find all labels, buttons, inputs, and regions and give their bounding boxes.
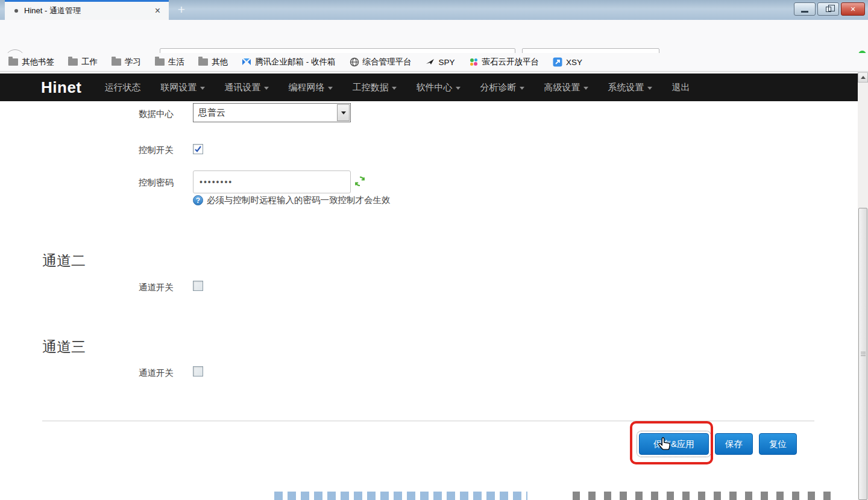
bookmark-folder-life[interactable]: 生活 [155, 57, 184, 67]
close-button[interactable]: ✕ [841, 2, 865, 16]
menu-item-logout[interactable]: 退出 [672, 82, 690, 93]
menu-item-diagnosis[interactable]: 分析诊断 [480, 82, 524, 93]
checkmark-icon [194, 145, 202, 153]
chevron-down-icon [392, 87, 397, 90]
control-password-input[interactable] [193, 170, 351, 193]
control-password-label: 控制密码 [139, 177, 174, 189]
chevron-down-icon [456, 87, 461, 90]
select-dropdown-button[interactable] [337, 104, 350, 121]
arrow-up-icon [861, 76, 866, 79]
folder-icon [68, 58, 78, 66]
footer-clipped-text [274, 492, 527, 500]
datacenter-label: 数据中心 [139, 108, 174, 120]
menu-item-industrial-data[interactable]: 工控数据 [353, 82, 397, 93]
minimize-button[interactable] [794, 2, 816, 16]
channel3-switch-checkbox[interactable] [193, 366, 203, 377]
window-controls: ✕ [794, 2, 865, 16]
tab-title: Hinet - 通道管理 [24, 5, 153, 16]
tencent-mail-icon [242, 57, 251, 67]
menu-item-advanced[interactable]: 高级设置 [544, 82, 588, 93]
bookmark-ezviz[interactable]: 萤石云开放平台 [469, 57, 539, 67]
new-tab-button[interactable]: + [174, 2, 189, 18]
channel2-switch-checkbox[interactable] [193, 281, 203, 291]
menu-item-software[interactable]: 软件中心 [417, 82, 461, 93]
chevron-down-icon [647, 87, 652, 90]
menu-item-system[interactable]: 系统设置 [608, 82, 652, 93]
blue-arrow-icon [553, 57, 562, 67]
control-switch-label: 控制开关 [139, 145, 174, 156]
tab-active[interactable]: Hinet - 通道管理 × [5, 0, 169, 20]
globe-icon [350, 57, 359, 67]
titlebar: Hinet - 通道管理 × + ✕ [0, 0, 868, 20]
channel2-switch-label: 通道开关 [139, 282, 174, 293]
section-title-channel2: 通道二 [42, 251, 86, 270]
tab-favicon-dot [14, 9, 18, 13]
section-title-channel3: 通道三 [42, 337, 86, 357]
page-scrollbar[interactable] [858, 72, 868, 500]
scrollbar-thumb[interactable] [858, 208, 867, 500]
channel3-switch-label: 通道开关 [139, 367, 174, 379]
bookmark-folder-misc[interactable]: 其他 [198, 57, 228, 67]
folder-icon [8, 58, 18, 66]
plane-icon [426, 57, 435, 67]
bookmark-folder-work[interactable]: 工作 [68, 57, 98, 67]
bookmark-folder-study[interactable]: 学习 [112, 57, 141, 67]
datacenter-value: 思普云 [193, 107, 336, 119]
scrollbar-grip [861, 352, 866, 357]
save-button[interactable]: 保存 [715, 433, 753, 455]
tab-close-icon[interactable]: × [153, 5, 163, 16]
help-question-icon: ? [193, 195, 203, 205]
chevron-down-icon [328, 87, 333, 90]
bookmark-xsy[interactable]: XSY [553, 57, 582, 67]
reset-button[interactable]: 复位 [759, 433, 797, 455]
red-highlight-annotation [630, 421, 713, 464]
chevron-down-icon [583, 87, 588, 90]
hand-cursor-icon [658, 437, 671, 452]
page-viewport: Hinet 运行状态 联网设置 通讯设置 编程网络 工控数据 软件中心 分析诊断… [0, 72, 858, 500]
folder-icon [198, 58, 208, 66]
folder-icon [112, 58, 121, 66]
password-help-text: 必须与控制时远程输入的密码一致控制才会生效 [207, 195, 391, 206]
footer-clipped-text [573, 492, 838, 500]
folder-icon [155, 58, 165, 66]
bookmark-mgmt-platform[interactable]: 综合管理平台 [350, 57, 412, 67]
bookmarks-bar: 其他书签 工作 学习 生活 其他 腾讯企业邮箱 - 收件箱 综合管理平台 SPY… [0, 53, 868, 72]
control-switch-checkbox[interactable] [193, 144, 203, 154]
site-nav: Hinet 运行状态 联网设置 通讯设置 编程网络 工控数据 软件中心 分析诊断… [0, 73, 858, 101]
bookmark-tencent-mail[interactable]: 腾讯企业邮箱 - 收件箱 [242, 57, 336, 67]
browser-toolbar: ← → ✕ 192.168.9.99/cgi-bin/luci/;stok=48… [0, 20, 868, 53]
menu-item-programming[interactable]: 编程网络 [289, 82, 333, 93]
bookmark-folder-other[interactable]: 其他书签 [8, 57, 54, 67]
scrollbar-up-button[interactable] [858, 72, 868, 83]
minimize-icon [801, 11, 808, 13]
chevron-down-icon [341, 111, 346, 114]
password-help: ? 必须与控制时远程输入的密码一致控制才会生效 [193, 195, 391, 206]
bookmark-spy[interactable]: SPY [426, 57, 455, 67]
datacenter-select[interactable]: 思普云 [193, 103, 351, 122]
menu-item-status[interactable]: 运行状态 [105, 82, 141, 93]
chevron-down-icon [264, 87, 269, 90]
refresh-icon[interactable] [354, 176, 365, 187]
restore-icon [826, 7, 831, 12]
color-dots-icon [469, 57, 479, 67]
restore-button[interactable] [817, 2, 839, 16]
menu-item-comm[interactable]: 通讯设置 [225, 82, 269, 93]
chevron-down-icon [520, 87, 524, 90]
brand-logo: Hinet [41, 78, 82, 97]
chevron-down-icon [200, 87, 205, 90]
menu-item-network[interactable]: 联网设置 [161, 82, 205, 93]
site-menu: 运行状态 联网设置 通讯设置 编程网络 工控数据 软件中心 分析诊断 高级设置 … [105, 82, 690, 93]
